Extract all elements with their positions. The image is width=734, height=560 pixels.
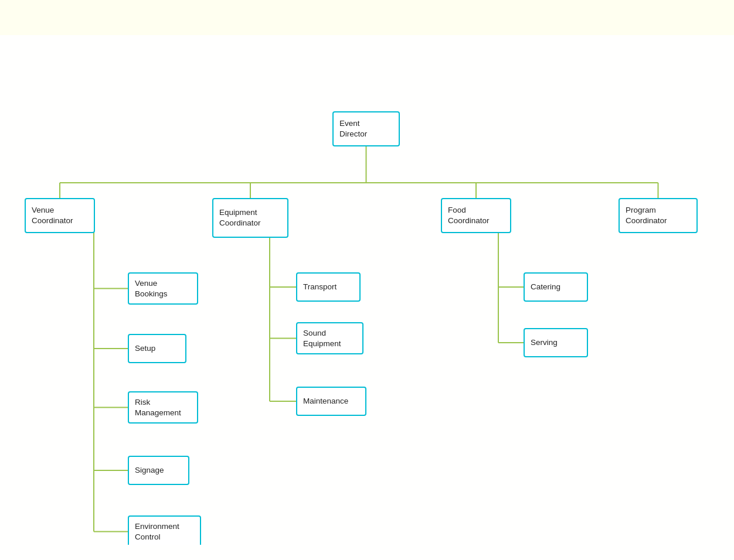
node-riskMgmt: Risk Management [128, 391, 198, 424]
node-venueBookings: Venue Bookings [128, 272, 198, 305]
node-maintenance: Maintenance [296, 387, 366, 416]
node-equipCoord: Equipment Coordinator [212, 198, 288, 238]
node-eventDirector: Event Director [332, 111, 400, 146]
page: Event DirectorVenue CoordinatorEquipment… [0, 0, 734, 560]
node-programCoord: Program Coordinator [619, 198, 698, 233]
page-title [0, 0, 734, 35]
node-catering: Catering [524, 272, 588, 302]
node-signage: Signage [128, 456, 189, 485]
node-soundEquip: Sound Equipment [296, 322, 363, 354]
node-setup: Setup [128, 334, 186, 363]
node-venueCoord: Venue Coordinator [25, 198, 95, 233]
node-envControl: Environment Control [128, 515, 201, 545]
node-serving: Serving [524, 328, 588, 357]
chart-area: Event DirectorVenue CoordinatorEquipment… [0, 35, 734, 545]
node-transport: Transport [296, 272, 361, 302]
node-foodCoord: Food Coordinator [441, 198, 511, 233]
